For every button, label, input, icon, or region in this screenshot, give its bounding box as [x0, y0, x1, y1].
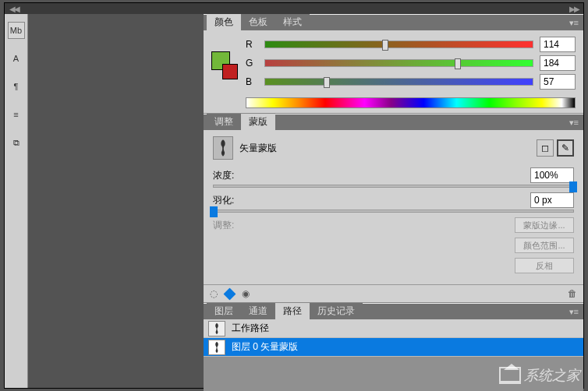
vector-mask-button[interactable]: ✎	[557, 139, 574, 157]
path-thumb	[208, 321, 225, 336]
tab-history[interactable]: 历史记录	[310, 303, 363, 319]
path-item-label: 图层 0 矢量蒙版	[232, 340, 298, 354]
background-swatch[interactable]	[222, 64, 238, 79]
spectrum-bar[interactable]	[246, 97, 576, 108]
loading-icon[interactable]: ◌	[210, 288, 218, 299]
g-value[interactable]: 184	[540, 55, 576, 71]
trash-icon[interactable]: 🗑	[568, 288, 577, 299]
tab-swatches[interactable]: 色板	[241, 14, 275, 30]
g-label: G	[246, 58, 258, 69]
tool-clone[interactable]: ⧉	[8, 134, 25, 151]
tab-adjust[interactable]: 调整	[207, 114, 241, 130]
paths-tab-row: 图层 通道 路径 历史记录 ▾≡	[204, 304, 583, 319]
density-slider[interactable]	[213, 185, 574, 188]
tab-layers[interactable]: 图层	[207, 303, 241, 319]
eye-icon[interactable]: ◉	[242, 288, 250, 299]
tool-text[interactable]: A	[8, 50, 25, 67]
mask-edge-button[interactable]: 蒙版边缘...	[515, 217, 574, 233]
pixel-mask-button[interactable]: ◻	[537, 139, 554, 157]
path-item[interactable]: 工作路径	[204, 319, 583, 338]
tool-mb[interactable]: Mb	[8, 22, 25, 39]
tab-channels[interactable]: 通道	[241, 303, 275, 319]
r-value[interactable]: 114	[540, 37, 576, 52]
tool-column: Mb A ¶ ≡ ⧉	[5, 14, 28, 388]
path-thumb	[208, 340, 225, 355]
apply-icon[interactable]	[224, 287, 236, 300]
mask-icon-bar: ◌ ◉ 🗑	[204, 284, 583, 302]
collapse-right-icon[interactable]: ▶▶	[569, 5, 579, 13]
path-item-label: 工作路径	[232, 322, 269, 335]
panel-menu-icon[interactable]: ▾≡	[569, 307, 579, 317]
panel-top-bar: ◀◀ ▶▶	[5, 3, 583, 14]
color-swatches[interactable]	[211, 51, 238, 78]
color-panel: 颜色 色板 样式 ▾≡ R	[204, 14, 583, 114]
mask-panel: 调整 蒙版 ▾≡ 矢量蒙版 ◻ ✎ 浓度: 100%	[204, 114, 583, 303]
adjust-label: 调整:	[213, 219, 252, 232]
b-slider[interactable]	[264, 78, 533, 86]
watermark: 系统之家	[499, 366, 580, 385]
tool-notes[interactable]: ≡	[8, 106, 25, 123]
watermark-logo-icon	[499, 367, 521, 384]
feather-label: 羽化:	[213, 194, 530, 207]
r-label: R	[246, 39, 258, 50]
b-label: B	[246, 76, 258, 87]
feather-value[interactable]: 0 px	[530, 192, 574, 208]
panel-menu-icon[interactable]: ▾≡	[569, 118, 579, 128]
g-slider[interactable]	[264, 59, 533, 67]
watermark-text: 系统之家	[524, 366, 580, 385]
tab-mask[interactable]: 蒙版	[241, 114, 275, 130]
invert-button[interactable]: 反相	[515, 258, 574, 273]
mask-title: 矢量蒙版	[239, 142, 533, 155]
collapse-left-icon[interactable]: ◀◀	[9, 5, 19, 13]
feather-slider[interactable]	[213, 210, 574, 213]
tab-color[interactable]: 颜色	[207, 14, 241, 30]
density-value[interactable]: 100%	[530, 167, 574, 183]
density-label: 浓度:	[213, 169, 530, 182]
tab-paths[interactable]: 路径	[275, 303, 310, 319]
mask-tab-row: 调整 蒙版 ▾≡	[204, 114, 583, 130]
path-list: 工作路径 图层 0 矢量蒙版	[204, 319, 583, 357]
panel-menu-icon[interactable]: ▾≡	[569, 18, 579, 28]
color-tab-row: 颜色 色板 样式 ▾≡	[204, 15, 583, 30]
b-value[interactable]: 57	[540, 74, 576, 90]
tab-styles[interactable]: 样式	[275, 14, 310, 30]
mask-thumbnail[interactable]	[213, 136, 233, 160]
color-range-button[interactable]: 颜色范围...	[515, 238, 574, 253]
tool-paragraph[interactable]: ¶	[8, 78, 25, 95]
path-item[interactable]: 图层 0 矢量蒙版	[204, 338, 583, 357]
r-slider[interactable]	[264, 41, 533, 48]
